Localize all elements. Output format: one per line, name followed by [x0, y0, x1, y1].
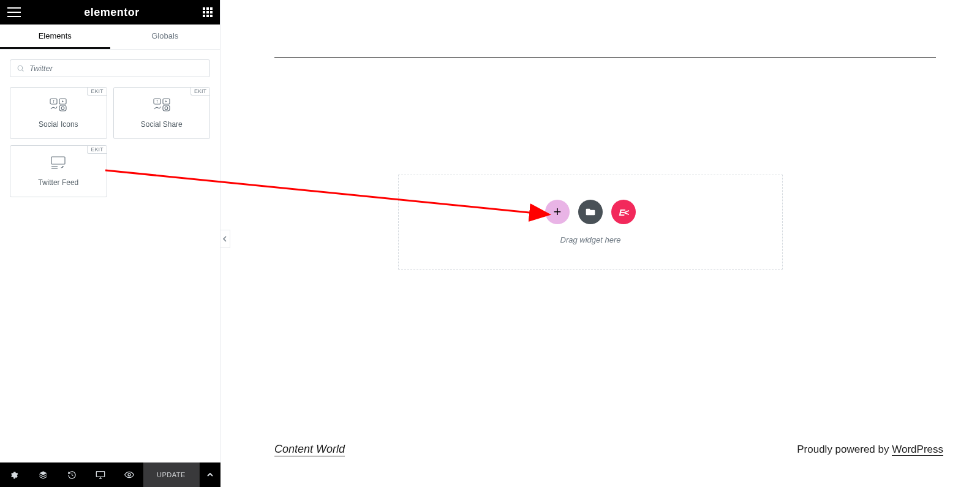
add-section-button[interactable]: + — [545, 200, 570, 224]
svg-marker-5 — [62, 100, 64, 102]
eye-icon — [124, 471, 134, 478]
svg-rect-12 — [163, 105, 170, 111]
responsive-button[interactable] — [86, 462, 115, 487]
dropzone-buttons: + E< — [545, 200, 636, 224]
social-share-icon: f — [153, 98, 170, 114]
svg-rect-14 — [51, 157, 65, 164]
svg-marker-11 — [165, 100, 167, 102]
history-button[interactable] — [58, 462, 86, 487]
history-icon — [67, 470, 77, 480]
svg-rect-6 — [59, 105, 66, 111]
editor-panel: elementor Elements Globals EKIT f Social… — [0, 0, 221, 487]
search-box[interactable] — [10, 59, 210, 77]
brand-title: elementor — [84, 6, 140, 19]
panel-footer: UPDATE — [0, 462, 221, 487]
section-dropzone[interactable]: + E< Drag widget here — [398, 175, 783, 270]
svg-rect-17 — [96, 472, 104, 477]
widget-twitter-feed[interactable]: EKIT Twitter Feed — [10, 145, 107, 197]
svg-text:f: f — [53, 99, 55, 104]
search-input[interactable] — [29, 64, 203, 73]
folder-icon — [586, 208, 595, 216]
elementskit-button[interactable]: E< — [611, 200, 636, 224]
widget-label: Twitter Feed — [38, 178, 78, 187]
footer-credit: Proudly powered by WordPress — [797, 444, 943, 456]
svg-text:f: f — [156, 99, 157, 104]
widget-badge: EKIT — [190, 88, 209, 96]
settings-button[interactable] — [0, 462, 29, 487]
publish-options-button[interactable] — [199, 462, 221, 487]
svg-point-13 — [165, 107, 168, 110]
preview-area: + E< Drag widget here Content World Prou… — [230, 0, 980, 487]
widget-label: Social Icons — [39, 120, 78, 129]
plus-icon: + — [554, 204, 562, 220]
panel-collapse-handle[interactable] — [221, 230, 230, 248]
twitter-feed-icon — [50, 156, 67, 172]
add-template-button[interactable] — [578, 200, 603, 224]
gear-icon — [10, 470, 19, 480]
widget-badge: EKIT — [87, 146, 106, 154]
responsive-icon — [96, 470, 105, 479]
widget-social-icons[interactable]: EKIT f Social Icons — [10, 87, 107, 139]
svg-point-0 — [18, 66, 23, 70]
search-wrap — [0, 50, 220, 87]
svg-point-20 — [128, 474, 130, 476]
svg-line-1 — [22, 70, 23, 71]
social-icons-icon: f — [50, 98, 67, 114]
widgets-grid: EKIT f Social Icons EKIT f — [0, 87, 220, 197]
ek-icon: E< — [619, 207, 628, 217]
svg-point-7 — [61, 107, 64, 110]
search-icon — [17, 64, 24, 72]
panel-header: elementor — [0, 0, 220, 25]
panel-tabs: Elements Globals — [0, 25, 220, 50]
tab-globals[interactable]: Globals — [110, 25, 221, 49]
apps-icon[interactable] — [203, 7, 213, 17]
widget-badge: EKIT — [87, 88, 106, 96]
chevron-left-icon — [223, 236, 227, 242]
widget-social-share[interactable]: EKIT f Social Share — [113, 87, 211, 139]
wordpress-link[interactable]: WordPress — [892, 444, 943, 456]
update-button[interactable]: UPDATE — [143, 462, 199, 487]
menu-icon[interactable] — [7, 7, 21, 17]
chevron-up-icon — [207, 473, 213, 477]
widget-label: Social Share — [141, 120, 183, 129]
layers-icon — [39, 470, 48, 480]
preview-button[interactable] — [115, 462, 143, 487]
navigator-button[interactable] — [29, 462, 58, 487]
divider — [274, 57, 936, 58]
site-title-link[interactable]: Content World — [274, 443, 345, 456]
tab-elements[interactable]: Elements — [0, 25, 110, 49]
page-footer: Content World Proudly powered by WordPre… — [274, 443, 943, 456]
dropzone-hint: Drag widget here — [560, 235, 621, 244]
